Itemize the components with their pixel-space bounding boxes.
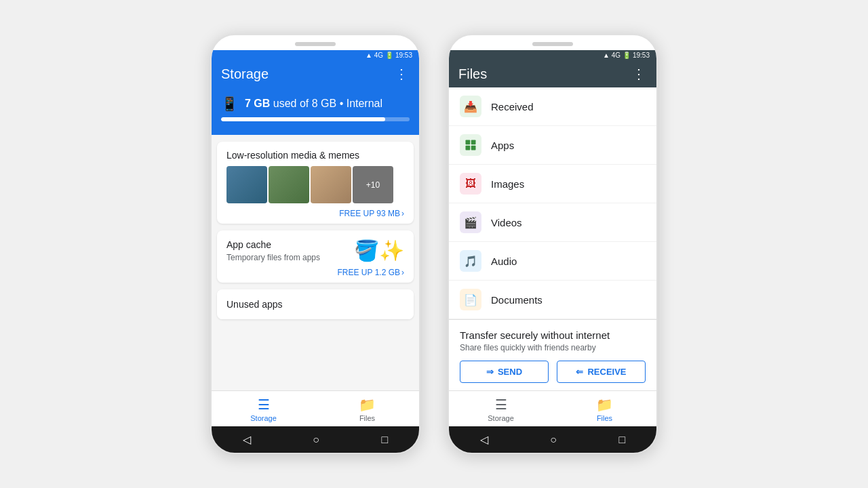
back-button-2[interactable]: ◁: [480, 433, 488, 446]
file-item-documents[interactable]: 📄 Documents: [449, 281, 656, 319]
time-1: 19:53: [395, 52, 412, 59]
media-free-up-chevron: ›: [401, 209, 404, 218]
file-label-videos: Videos: [491, 217, 522, 228]
device-icon: 📱: [221, 96, 238, 112]
nav-files-icon-1: 📁: [359, 396, 376, 413]
nav-files-1[interactable]: 📁 Files: [315, 391, 419, 426]
media-grid: +10: [217, 166, 414, 203]
sys-nav-2: ◁ ○ □: [449, 426, 656, 453]
file-item-images[interactable]: 🖼 Images: [449, 165, 656, 203]
app-bar-1: Storage ⋮: [212, 60, 419, 87]
status-icons-2: ▲ 4G 🔋 19:53: [603, 52, 650, 59]
phone-2: ▲ 4G 🔋 19:53 Files ⋮ 📥 Received Apps: [448, 34, 658, 454]
media-thumb-3: [311, 166, 351, 203]
file-item-videos[interactable]: 🎬 Videos: [449, 203, 656, 242]
media-plus-count: +10: [366, 180, 380, 190]
file-icon-documents: 📄: [460, 289, 481, 310]
content-1: 📱 7 GB used of 8 GB • Internal Low-resol…: [212, 87, 419, 390]
more-button-2[interactable]: ⋮: [632, 66, 647, 82]
unused-apps-card: Unused apps: [217, 289, 414, 319]
file-label-images: Images: [491, 178, 524, 190]
file-item-audio[interactable]: 🎵 Audio: [449, 242, 656, 281]
signal-icon-1: ▲ 4G: [366, 52, 383, 59]
bottom-nav-1: ☰ Storage 📁 Files: [212, 390, 419, 426]
status-icons-1: ▲ 4G 🔋 19:53: [366, 52, 412, 59]
back-button-1[interactable]: ◁: [243, 433, 251, 446]
nav-files-icon-2: 📁: [596, 396, 613, 413]
nav-storage-icon-2: ☰: [495, 396, 507, 413]
svg-rect-0: [466, 140, 471, 145]
cache-subtitle: Temporary files from apps: [226, 253, 320, 262]
cache-free-up-link[interactable]: FREE UP 1.2 GB ›: [217, 262, 414, 283]
storage-details: 7 GB used of 8 GB • Internal: [245, 98, 382, 110]
nav-storage-1[interactable]: ☰ Storage: [212, 391, 315, 426]
file-icon-audio: 🎵: [460, 250, 481, 272]
receive-button[interactable]: ⇐ RECEIVE: [557, 361, 646, 383]
cache-free-up-label: FREE UP 1.2 GB: [338, 268, 400, 277]
unused-apps-title: Unused apps: [217, 289, 414, 319]
file-label-received: Received: [491, 101, 534, 113]
nav-storage-2[interactable]: ☰ Storage: [449, 391, 553, 426]
transfer-buttons: ⇒ SEND ⇐ RECEIVE: [460, 361, 646, 383]
receive-icon: ⇐: [576, 367, 583, 377]
media-card-title: Low-resolution media & memes: [217, 142, 414, 166]
screen-1: ▲ 4G 🔋 19:53 Storage ⋮ 📱 7 GB used of 8 …: [212, 50, 419, 453]
status-bar-1: ▲ 4G 🔋 19:53: [212, 50, 419, 60]
storage-header: 📱 7 GB used of 8 GB • Internal: [212, 87, 419, 135]
battery-icon-1: 🔋: [385, 52, 393, 59]
nav-files-2[interactable]: 📁 Files: [553, 391, 656, 426]
file-item-received[interactable]: 📥 Received: [449, 87, 656, 126]
storage-used: 7 GB: [245, 98, 270, 109]
media-free-up-label: FREE UP 93 MB: [339, 209, 400, 218]
app-bar-title-2: Files: [458, 66, 487, 82]
recents-button-2[interactable]: □: [619, 434, 626, 446]
cache-emoji: 🪣✨: [354, 239, 404, 262]
media-thumb-more: +10: [353, 166, 393, 203]
file-icon-videos: 🎬: [460, 211, 481, 233]
battery-icon-2: 🔋: [623, 52, 631, 59]
file-item-apps[interactable]: Apps: [449, 126, 656, 165]
file-icon-images: 🖼: [460, 173, 481, 195]
transfer-section: Transfer securely without internet Share…: [449, 319, 656, 390]
more-button-1[interactable]: ⋮: [395, 66, 410, 82]
storage-info: 📱 7 GB used of 8 GB • Internal: [221, 96, 410, 112]
send-label: SEND: [498, 367, 522, 377]
cache-text: App cache Temporary files from apps: [226, 239, 320, 262]
media-free-up-link[interactable]: FREE UP 93 MB ›: [217, 203, 414, 224]
storage-amount: 7 GB used of 8 GB • Internal: [245, 98, 382, 110]
storage-progress-bar: [221, 117, 410, 121]
phone-1: ▲ 4G 🔋 19:53 Storage ⋮ 📱 7 GB used of 8 …: [210, 34, 420, 454]
svg-rect-3: [471, 146, 476, 150]
nav-storage-icon-1: ☰: [258, 396, 270, 413]
signal-icon-2: ▲ 4G: [603, 52, 620, 59]
file-label-apps: Apps: [491, 140, 514, 151]
files-content: 📥 Received Apps 🖼 Images 🎬 Videos 🎵 Audi…: [449, 87, 656, 390]
svg-rect-1: [471, 140, 476, 145]
app-bar-title-1: Storage: [221, 66, 269, 82]
cache-title: App cache: [226, 239, 320, 253]
file-icon-apps: [460, 134, 481, 156]
cache-card: App cache Temporary files from apps 🪣✨ F…: [217, 230, 414, 283]
file-icon-received: 📥: [460, 96, 481, 117]
screen-2: ▲ 4G 🔋 19:53 Files ⋮ 📥 Received Apps: [449, 50, 656, 453]
speaker-1: [295, 42, 336, 46]
app-bar-2: Files ⋮: [449, 60, 656, 87]
svg-rect-2: [466, 146, 471, 150]
media-thumb-1: [226, 166, 267, 203]
file-label-audio: Audio: [491, 256, 517, 267]
nav-files-label-2: Files: [597, 414, 612, 422]
media-card: Low-resolution media & memes +10 FREE UP…: [217, 142, 414, 224]
storage-progress-fill: [221, 117, 385, 121]
status-bar-2: ▲ 4G 🔋 19:53: [449, 50, 656, 60]
recents-button-1[interactable]: □: [382, 434, 389, 446]
home-button-2[interactable]: ○: [550, 434, 557, 446]
send-button[interactable]: ⇒ SEND: [460, 361, 549, 383]
storage-subtitle: used of 8 GB • Internal: [273, 98, 382, 109]
cache-free-up-chevron: ›: [401, 268, 404, 277]
receive-label: RECEIVE: [587, 367, 626, 377]
speaker-2: [532, 42, 573, 46]
home-button-1[interactable]: ○: [313, 434, 319, 446]
nav-storage-label-1: Storage: [250, 414, 277, 422]
transfer-title: Transfer securely without internet: [460, 329, 646, 341]
send-icon: ⇒: [486, 367, 494, 377]
